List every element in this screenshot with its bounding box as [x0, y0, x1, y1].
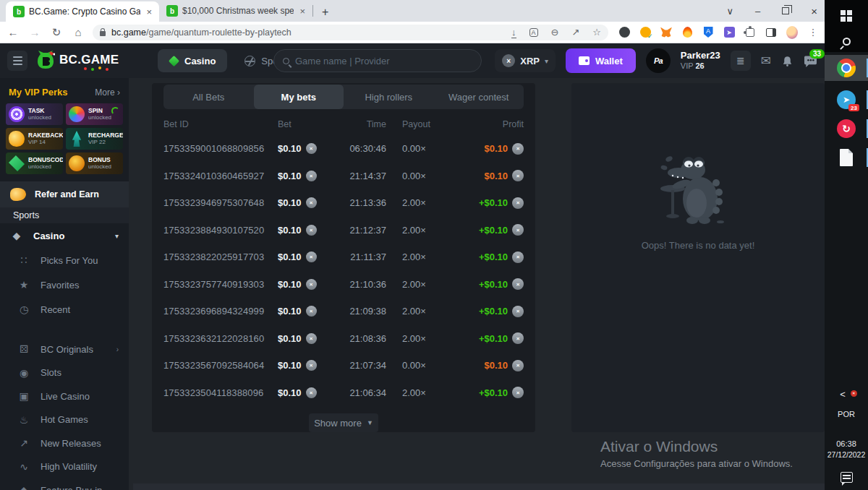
start-button[interactable] — [825, 4, 868, 28]
tab-close-icon[interactable]: × — [298, 6, 307, 17]
vip-perk-card[interactable]: RECHARGE VIP 22 — [66, 128, 123, 150]
table-row[interactable]: 1753323567092584064 $0.10× 21:07:34 0.00… — [152, 352, 535, 379]
sidebar-item[interactable]: ◆ Feature Buy-in — [0, 478, 129, 490]
refer-and-earn-item[interactable]: Refer and Earn — [0, 181, 129, 207]
taskbar-search-button[interactable] — [825, 29, 868, 53]
tab-close-icon[interactable]: × — [145, 7, 153, 17]
minimize-button[interactable]: – — [755, 6, 760, 17]
user-info[interactable]: Parker23 VIP 26 — [681, 50, 720, 72]
back-button[interactable]: ← — [6, 26, 20, 38]
wallet-button[interactable]: Wallet — [566, 48, 636, 73]
close-button[interactable]: × — [811, 5, 817, 17]
taskbar-red-app-button[interactable]: ↻ — [825, 116, 868, 142]
table-row[interactable]: 1753323504118388096 $0.10× 21:06:34 2.00… — [152, 379, 535, 407]
lock-icon[interactable] — [100, 31, 106, 36]
zoom-out-icon[interactable]: ⊖ — [551, 27, 559, 38]
perk-icon — [69, 106, 85, 122]
bets-tab[interactable]: High rollers — [344, 85, 434, 109]
vip-perk-card[interactable]: BONUS unlocked — [66, 152, 123, 174]
bet-slip-button[interactable]: ≣ — [731, 51, 751, 71]
game-search-box[interactable] — [273, 49, 482, 72]
taskbar-document-button[interactable] — [825, 145, 868, 171]
sidebar-item-sports[interactable]: Sports — [0, 207, 129, 223]
game-search-input[interactable] — [295, 56, 472, 66]
sidebar-item[interactable]: ↗ New Releases — [0, 431, 129, 455]
table-row[interactable]: 1753323632122028160 $0.10× 21:08:36 2.00… — [152, 325, 535, 353]
sidebar-item[interactable]: ◷ Recent — [0, 297, 129, 322]
bets-tab[interactable]: Wager contest — [434, 85, 524, 109]
home-button[interactable]: ⌂ — [71, 26, 85, 38]
tab-search-icon[interactable]: ∨ — [726, 6, 733, 17]
sidebar-item[interactable]: ♨ Hot Games — [0, 408, 129, 432]
taskbar-telegram-button[interactable]: ➤23 — [825, 87, 868, 113]
extension-dark-icon[interactable] — [619, 27, 630, 38]
browser-window: b BC.Game: Crypto Casino Games & × b $10… — [0, 0, 825, 490]
user-avatar[interactable]: Pa — [646, 48, 671, 73]
language-indicator[interactable]: POR — [825, 410, 868, 418]
browser-tab-active[interactable]: b BC.Game: Crypto Casino Games & × — [6, 1, 159, 22]
sidebar-item[interactable]: ★ Favorites — [0, 272, 129, 297]
currency-selector[interactable]: × XRP ▾ — [495, 49, 556, 72]
table-row[interactable]: 1753323696894324999 $0.10× 21:09:38 2.00… — [152, 298, 535, 325]
notifications-bell-icon[interactable] — [781, 55, 793, 67]
bcgame-logo[interactable]: BC.GAME — [36, 50, 119, 70]
taskbar-chrome-button[interactable] — [825, 55, 868, 81]
address-bar[interactable]: bc.game/game/quantum-roulette-by-playtec… — [93, 25, 608, 40]
vip-perks-more-link[interactable]: More › — [95, 87, 120, 98]
download-icon[interactable]: ↓ — [511, 27, 516, 38]
profile-avatar[interactable] — [786, 26, 798, 39]
table-row[interactable]: 1753323757740919303 $0.10× 21:10:36 2.00… — [152, 271, 535, 298]
translate-icon[interactable]: A — [529, 28, 538, 37]
forward-button[interactable]: → — [27, 26, 42, 38]
xrp-coin-icon: × — [512, 306, 524, 317]
xrp-coin-icon: × — [512, 197, 524, 209]
taskbar-overflow-chevron[interactable]: < — [840, 389, 846, 400]
extension-flame-icon[interactable] — [683, 27, 692, 38]
vip-perk-card[interactable]: SPIN unlocked — [66, 103, 123, 125]
sidebar-item-icon: ▣ — [17, 390, 30, 402]
new-tab-button[interactable]: + — [313, 6, 337, 22]
bet-time: 21:07:34 — [341, 360, 386, 371]
taskbar-clock[interactable]: 06:38 27/12/2022 — [825, 439, 868, 460]
share-icon[interactable]: ↗ — [571, 27, 579, 38]
hamburger-menu-button[interactable] — [7, 51, 27, 71]
bets-tab[interactable]: All Bets — [163, 85, 254, 109]
sidebar-item[interactable]: ∷ Picks For You — [0, 248, 129, 272]
sidebar-item[interactable]: ▣ Live Casino — [0, 384, 129, 408]
table-row[interactable]: 1753323822025917703 $0.10× 21:11:37 2.00… — [152, 244, 535, 271]
table-row[interactable]: 1753324010360465927 $0.10× 21:14:37 0.00… — [152, 163, 535, 190]
extension-arrow-icon[interactable]: ➤ — [724, 27, 735, 38]
extensions-puzzle-icon[interactable] — [746, 28, 754, 37]
table-row[interactable]: 1753323884930107520 $0.10× 21:12:37 2.00… — [152, 217, 535, 244]
perk-status: unlocked — [88, 114, 111, 121]
perk-name: TASK — [28, 107, 51, 114]
action-center-icon[interactable] — [841, 472, 853, 483]
reload-button[interactable]: ↻ — [49, 26, 64, 39]
vip-perk-card[interactable]: RAKEBACK VIP 14 — [6, 128, 63, 150]
restore-button[interactable] — [782, 7, 789, 14]
browser-tab-inactive[interactable]: b $10,000 Christmas week special n × — [159, 0, 312, 22]
chat-icon[interactable]: 33 — [804, 55, 817, 67]
extension-shield-icon[interactable]: A — [704, 27, 713, 38]
perk-icon — [9, 155, 25, 171]
metamask-icon[interactable] — [660, 27, 672, 38]
vip-perk-card[interactable]: BONUSCODE unlocked — [6, 152, 63, 174]
side-panel-icon[interactable] — [766, 28, 776, 37]
extension-person-icon[interactable] — [640, 27, 651, 38]
bet-id: 1753323567092584064 — [163, 360, 278, 371]
sidebar-item[interactable]: ⚄ BC Originals › — [0, 338, 129, 361]
url-text[interactable]: bc.game/game/quantum-roulette-by-playtec… — [111, 27, 506, 38]
sidebar-item[interactable]: ∿ High Volatility — [0, 455, 129, 479]
nav-casino-button[interactable]: Casino — [158, 49, 227, 72]
search-icon — [843, 38, 851, 46]
table-row[interactable]: 1753323946975307648 $0.10× 21:13:36 2.00… — [152, 189, 535, 217]
show-more-button[interactable]: Show more▼ — [309, 413, 378, 432]
bookmark-star-icon[interactable]: ☆ — [592, 27, 601, 38]
sidebar-item[interactable]: ◉ Slots — [0, 361, 129, 385]
mail-icon[interactable]: ✉ — [761, 53, 771, 69]
sidebar-item-casino[interactable]: ◆ Casino ▾ — [0, 223, 129, 248]
vip-perk-card[interactable]: TASK unlocked — [6, 103, 63, 125]
table-row[interactable]: 1753359001068809856 $0.10× 06:30:46 0.00… — [152, 135, 535, 163]
bets-tab[interactable]: My bets — [254, 85, 344, 109]
browser-menu-icon[interactable]: ⋮ — [807, 27, 819, 38]
